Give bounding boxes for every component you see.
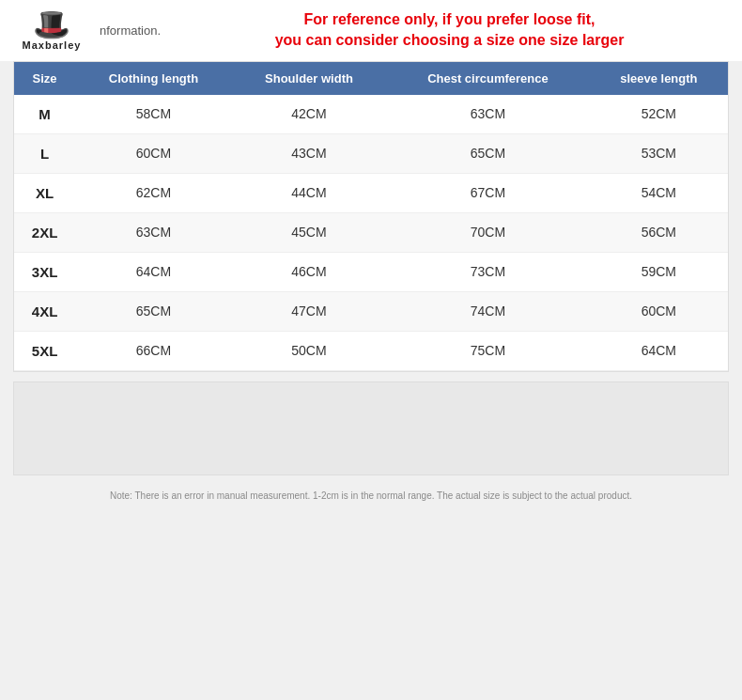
table-cell-5-0: 4XL (14, 291, 75, 331)
col-header-sleeve: sleeve length (590, 62, 728, 95)
size-table: Size Clothing length Shoulder width Ches… (14, 62, 728, 371)
table-cell-3-2: 45CM (232, 212, 386, 252)
table-cell-4-0: 3XL (14, 252, 75, 291)
size-table-wrapper: Size Clothing length Shoulder width Ches… (13, 61, 729, 372)
table-cell-0-1: 58CM (75, 95, 232, 134)
table-body: M58CM42CM63CM52CML60CM43CM65CM53CMXL62CM… (14, 95, 728, 371)
header-info-text: nformation. (100, 23, 161, 38)
table-cell-5-1: 65CM (75, 291, 232, 331)
table-header-row: Size Clothing length Shoulder width Ches… (14, 62, 728, 95)
logo-hat-icon: 🎩 (33, 9, 70, 39)
table-cell-1-1: 60CM (75, 133, 232, 173)
col-header-chest: Chest circumference (386, 62, 589, 95)
table-cell-6-3: 75CM (386, 331, 589, 370)
table-cell-0-4: 52CM (590, 95, 728, 134)
table-row: M58CM42CM63CM52CM (14, 95, 728, 134)
table-cell-5-4: 60CM (590, 291, 728, 331)
table-cell-5-2: 47CM (232, 291, 386, 331)
table-cell-1-3: 65CM (386, 133, 589, 173)
footer-note: Note: There is an error in manual measur… (13, 485, 729, 505)
table-cell-2-4: 54CM (590, 173, 728, 212)
header-note-line1: For reference only, if you prefer loose … (304, 11, 595, 27)
table-cell-3-0: 2XL (14, 212, 75, 252)
table-cell-1-0: L (14, 133, 75, 173)
table-cell-3-3: 70CM (386, 212, 589, 252)
table-row: 2XL63CM45CM70CM56CM (14, 212, 728, 252)
table-cell-3-4: 56CM (590, 212, 728, 252)
table-cell-6-1: 66CM (75, 331, 232, 370)
table-cell-4-2: 46CM (232, 252, 386, 291)
table-cell-4-3: 73CM (386, 252, 589, 291)
col-header-size: Size (14, 62, 75, 95)
header-note-line2: you can consider choosing a size one siz… (275, 32, 625, 48)
table-cell-0-2: 42CM (232, 95, 386, 134)
table-cell-5-3: 74CM (386, 291, 589, 331)
logo-area: 🎩 Maxbarley (19, 9, 85, 51)
table-cell-2-1: 62CM (75, 173, 232, 212)
table-cell-2-0: XL (14, 173, 75, 212)
table-cell-6-4: 64CM (590, 331, 728, 370)
table-row: L60CM43CM65CM53CM (14, 133, 728, 173)
table-cell-0-0: M (14, 95, 75, 134)
main-content: Size Clothing length Shoulder width Ches… (0, 61, 742, 700)
table-row: 4XL65CM47CM74CM60CM (14, 291, 728, 331)
table-cell-3-1: 63CM (75, 212, 232, 252)
page-wrapper: 🎩 Maxbarley nformation. For reference on… (0, 0, 742, 700)
brand-name: Maxbarley (23, 39, 82, 51)
col-header-clothing-length: Clothing length (75, 62, 232, 95)
table-cell-2-3: 67CM (386, 173, 589, 212)
table-row: 5XL66CM50CM75CM64CM (14, 331, 728, 370)
table-cell-4-1: 64CM (75, 252, 232, 291)
header: 🎩 Maxbarley nformation. For reference on… (0, 0, 742, 61)
table-row: XL62CM44CM67CM54CM (14, 173, 728, 212)
table-cell-1-4: 53CM (590, 133, 728, 173)
table-cell-6-0: 5XL (14, 331, 75, 370)
table-cell-1-2: 43CM (232, 133, 386, 173)
col-header-shoulder-width: Shoulder width (232, 62, 386, 95)
table-cell-4-4: 59CM (590, 252, 728, 291)
header-note: For reference only, if you prefer loose … (176, 9, 723, 52)
table-cell-2-2: 44CM (232, 173, 386, 212)
table-cell-6-2: 50CM (232, 331, 386, 370)
bottom-image-area (13, 381, 729, 475)
table-row: 3XL64CM46CM73CM59CM (14, 252, 728, 291)
table-cell-0-3: 63CM (386, 95, 589, 134)
